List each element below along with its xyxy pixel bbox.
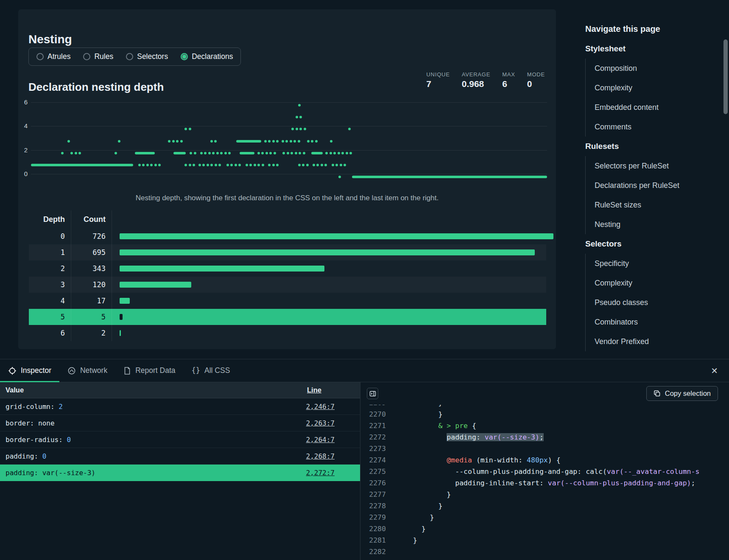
nav-item-comments[interactable]: Comments <box>586 117 718 137</box>
tab-network[interactable]: Network <box>59 359 115 382</box>
code-line: 2271 & > pre { <box>360 420 729 431</box>
data-point <box>138 164 141 166</box>
data-point <box>235 164 237 166</box>
nav-item-declarations-per-ruleset[interactable]: Declarations per RuleSet <box>586 176 718 195</box>
code-toolbar: Copy selection <box>360 382 729 405</box>
declaration-cell: padding: 0 <box>0 452 296 460</box>
data-point <box>118 140 120 143</box>
radio-rules[interactable]: Rules <box>83 52 113 61</box>
declaration-cell: border-radius: 0 <box>0 436 296 444</box>
depth-table-row[interactable]: 3120 <box>29 277 546 293</box>
data-point <box>299 128 302 130</box>
inspector-row[interactable]: padding: 02,268:7 <box>0 448 360 465</box>
data-run <box>352 176 547 178</box>
line-cell: 2,268:7 <box>296 452 360 460</box>
nav-item-complexity[interactable]: Complexity <box>586 78 718 98</box>
nav-item-selectors-per-ruleset[interactable]: Selectors per RuleSet <box>586 156 718 176</box>
tab-all-css[interactable]: {}All CSS <box>184 359 238 382</box>
expand-panel-button[interactable] <box>367 388 378 399</box>
tab-report-data[interactable]: Report Data <box>115 359 183 382</box>
data-point <box>344 164 346 166</box>
line-link[interactable]: 2,263:7 <box>306 419 335 427</box>
data-point <box>207 164 209 166</box>
nav-item-specificity[interactable]: Specificity <box>586 254 718 273</box>
line-column-header[interactable]: Line <box>296 386 360 394</box>
data-point <box>330 152 332 154</box>
y-axis-tick-label: 4 <box>17 122 28 129</box>
y-axis-tick-label: 0 <box>17 170 28 177</box>
stat-mode: MODE0 <box>527 71 545 89</box>
data-point <box>313 164 315 166</box>
line-content: padding: var(--size-3); <box>386 431 544 443</box>
count-bar <box>120 233 553 239</box>
inspector-row[interactable]: padding: var(--size-3)2,272:7 <box>0 465 360 481</box>
stat-label: AVERAGE <box>462 71 491 78</box>
line-content: } <box>386 489 451 500</box>
nav-item-complexity[interactable]: Complexity <box>586 273 718 293</box>
line-link[interactable]: 2,268:7 <box>306 452 335 460</box>
count-bar <box>120 314 123 320</box>
line-cell: 2,246:7 <box>296 403 360 411</box>
depth-table-row[interactable]: 0726 <box>29 228 546 244</box>
stat-value: 7 <box>426 79 450 89</box>
inspector-panel: Value Line grid-column: 22,246:7border: … <box>0 382 360 560</box>
data-point <box>340 164 342 166</box>
inspector-header: Value Line <box>0 382 360 398</box>
depth-table-row[interactable]: 1695 <box>29 244 546 260</box>
data-point <box>246 164 248 166</box>
line-link[interactable]: 2,264:7 <box>306 436 335 444</box>
nav-item-nesting[interactable]: Nesting <box>586 215 718 234</box>
data-point <box>218 164 221 166</box>
tab-inspector[interactable]: Inspector <box>0 359 59 382</box>
line-content: } <box>386 409 442 420</box>
data-point <box>296 116 298 118</box>
nav-item-pseudo-classes[interactable]: Pseudo classes <box>586 293 718 312</box>
depth-table-row[interactable]: 62 <box>29 325 546 341</box>
depth-table-row[interactable]: 2343 <box>29 260 546 277</box>
code-line: 2283 &[data-theme="dark"] { <box>360 557 729 560</box>
nav-section-rulesets[interactable]: Rulesets <box>585 137 718 156</box>
data-point <box>298 140 300 143</box>
radio-atrules[interactable]: Atrules <box>36 52 70 61</box>
copy-selection-button[interactable]: Copy selection <box>646 386 718 401</box>
data-point <box>299 116 302 118</box>
depth-table-row[interactable]: 417 <box>29 293 546 309</box>
stat-value: 6 <box>502 79 515 89</box>
depth-table-row[interactable]: 55 <box>29 309 546 325</box>
nav-item-ruleset-sizes[interactable]: RuleSet sizes <box>586 195 718 215</box>
nav-section-stylesheet[interactable]: Stylesheet <box>585 39 718 59</box>
bar-cell <box>112 228 553 244</box>
nav-item-embedded-content[interactable]: Embedded content <box>586 98 718 117</box>
inspector-row[interactable]: border: none2,263:7 <box>0 415 360 431</box>
line-link[interactable]: 2,272:7 <box>306 469 335 477</box>
code-line: 2280 } <box>360 523 729 535</box>
scrollbar[interactable] <box>723 39 728 114</box>
radio-selectors[interactable]: Selectors <box>126 52 168 61</box>
inspector-row[interactable]: border-radius: 02,264:7 <box>0 431 360 448</box>
data-point <box>272 164 275 166</box>
inspector-row[interactable]: grid-column: 22,246:7 <box>0 398 360 415</box>
line-content: & > pre { <box>386 420 476 431</box>
close-panel-button[interactable]: ✕ <box>700 359 729 382</box>
data-point <box>193 164 195 166</box>
data-point <box>295 152 297 154</box>
depth-table-header-row: DepthCount <box>29 210 546 228</box>
data-point <box>268 140 271 143</box>
nav-section-selectors[interactable]: Selectors <box>585 234 718 254</box>
data-point <box>316 164 319 166</box>
code-line: 2275 --column-plus-padding-and-gap: calc… <box>360 466 729 477</box>
nav-item-vendor-prefixed[interactable]: Vendor Prefixed <box>586 332 718 351</box>
declaration-value: var(--size-3) <box>42 469 95 477</box>
data-run <box>240 152 254 154</box>
data-point <box>224 152 227 154</box>
stat-average: AVERAGE0.968 <box>462 71 491 89</box>
nav-item-combinators[interactable]: Combinators <box>586 312 718 332</box>
line-link[interactable]: 2,246:7 <box>306 403 335 411</box>
data-point <box>269 152 272 154</box>
radio-declarations[interactable]: Declarations <box>181 52 233 61</box>
data-point <box>290 152 293 154</box>
data-point <box>190 152 192 154</box>
copy-icon <box>654 390 661 397</box>
tab-label: Inspector <box>21 366 51 375</box>
nav-item-composition[interactable]: Composition <box>586 59 718 78</box>
